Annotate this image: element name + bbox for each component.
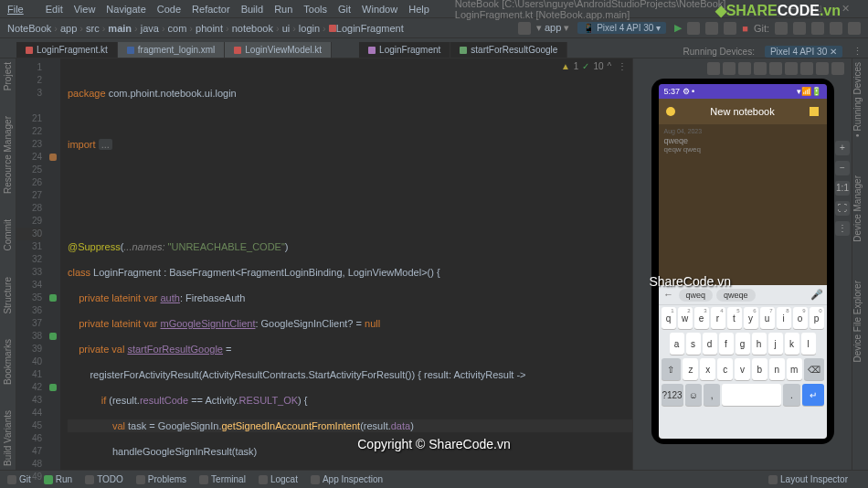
menu-file[interactable]: File	[7, 4, 35, 15]
key-j[interactable]: j	[768, 333, 783, 355]
struct-tab[interactable]: startForResultGoogle	[450, 42, 567, 58]
key-comma[interactable]: ,	[704, 384, 720, 406]
key-enter[interactable]: ↵	[802, 384, 824, 406]
menu-navigate[interactable]: Navigate	[106, 4, 145, 15]
key-d[interactable]: d	[703, 333, 717, 355]
tool-git[interactable]: Git	[7, 474, 31, 484]
key-q[interactable]: q1	[662, 307, 676, 329]
key-m[interactable]: m	[787, 358, 802, 380]
emu-power-icon[interactable]	[707, 62, 720, 75]
emu-more-icon[interactable]	[831, 62, 844, 75]
emu-home-icon[interactable]	[785, 62, 798, 75]
key-u[interactable]: u7	[760, 307, 775, 329]
tool-project[interactable]: Project	[3, 62, 13, 90]
tool-problems[interactable]: Problems	[136, 474, 186, 484]
nav-back-icon[interactable]	[518, 22, 531, 35]
crumb[interactable]: notebook	[232, 23, 273, 34]
tool-device-mgr[interactable]: Device Manager	[852, 175, 863, 242]
crumb[interactable]: java	[141, 23, 159, 34]
crumb[interactable]: app	[60, 23, 77, 34]
device-selector[interactable]: 📱 Pixel 4 API 30 ▾	[577, 22, 666, 34]
key-p[interactable]: p0	[810, 307, 824, 329]
tool-device-file[interactable]: Device File Explorer	[852, 281, 863, 362]
kb-back-icon[interactable]: ←	[662, 289, 675, 302]
settings-icon[interactable]	[848, 22, 861, 35]
tab-loginfragment[interactable]: LoginFragment.kt	[16, 42, 118, 58]
code-editor[interactable]: ▲1 ✓10 ^ ⋮ package com.phoint.notebook.u…	[60, 58, 632, 470]
tool-run[interactable]: Run	[44, 474, 72, 484]
run-config[interactable]: ▾ app ▾	[536, 22, 569, 34]
zoom-fit-icon[interactable]: ⛶	[835, 201, 850, 216]
menu-edit[interactable]: Edit	[46, 4, 63, 15]
crumb[interactable]: phoint	[196, 23, 223, 34]
key-r[interactable]: r4	[711, 307, 725, 329]
key-s[interactable]: s	[686, 333, 701, 355]
key-n[interactable]: n	[769, 358, 785, 380]
tool-terminal[interactable]: Terminal	[199, 474, 246, 484]
key-k[interactable]: k	[785, 333, 799, 355]
suggestion[interactable]: qweq	[679, 289, 714, 302]
key-⇧[interactable]: ⇧	[662, 358, 682, 380]
tool-commit[interactable]: Commit	[3, 219, 13, 250]
tab-fragment-login[interactable]: fragment_login.xml	[118, 42, 225, 58]
sync-icon[interactable]	[811, 22, 824, 35]
menu-run[interactable]: Run	[274, 4, 292, 15]
note-title[interactable]: qweqe	[664, 136, 821, 145]
crumb-current[interactable]: LoginFragment	[336, 23, 404, 34]
crumb[interactable]: login	[299, 23, 320, 34]
emu-volume-icon[interactable]	[723, 62, 736, 75]
key-z[interactable]: z	[683, 358, 698, 380]
key-a[interactable]: a	[670, 333, 684, 355]
menu-refactor[interactable]: Refactor	[192, 4, 230, 15]
menu-tools[interactable]: Tools	[303, 4, 327, 15]
key-w[interactable]: w2	[678, 307, 693, 329]
crumb[interactable]: src	[86, 23, 100, 34]
key-y[interactable]: y6	[744, 307, 758, 329]
tab-loginviewmodel[interactable]: LoginViewModel.kt	[225, 42, 332, 58]
tool-todo[interactable]: TODO	[85, 474, 123, 484]
tool-running-devices[interactable]: • Running Devices	[852, 62, 863, 137]
more-icon[interactable]: ⋮	[835, 221, 850, 236]
device-screen[interactable]: 5:37 ⚙ • ▾📶🔋 New notebook Aug 04, 2023 q…	[659, 84, 827, 439]
tool-bkmk[interactable]: Bookmarks	[3, 339, 13, 385]
crumb[interactable]: NoteBook	[7, 23, 51, 34]
key-emoji[interactable]: ☺	[685, 384, 702, 406]
class-gutter-icon[interactable]	[49, 154, 57, 161]
note-body-text[interactable]: qeqw qweq	[664, 145, 821, 154]
key-symbols[interactable]: ?123	[662, 384, 683, 406]
override-icon[interactable]	[49, 384, 57, 391]
search-icon[interactable]	[830, 22, 842, 35]
menu-code[interactable]: Code	[157, 4, 181, 15]
editor-inspections[interactable]: ▲1 ✓10 ^ ⋮	[561, 60, 627, 73]
menu-build[interactable]: Build	[241, 4, 263, 15]
mic-icon[interactable]: 🎤	[810, 289, 823, 302]
suggestion[interactable]: qweqe	[716, 289, 756, 302]
key-c[interactable]: c	[717, 358, 733, 380]
note-content[interactable]: Aug 04, 2023 qweqe qeqw qweq	[659, 124, 827, 285]
key-x[interactable]: x	[700, 358, 715, 380]
menu-git[interactable]: Git	[338, 4, 351, 15]
more-icon[interactable]: ⋮	[852, 46, 863, 58]
key-l[interactable]: l	[801, 333, 816, 355]
key-h[interactable]: h	[752, 333, 767, 355]
key-space[interactable]	[722, 384, 781, 406]
tool-resmgr[interactable]: Resource Manager	[3, 116, 13, 194]
zoom-out-icon[interactable]: −	[835, 161, 850, 175]
struct-tab[interactable]: LoginFragment	[359, 42, 450, 58]
tool-logcat[interactable]: Logcat	[259, 474, 298, 484]
debug-icon[interactable]	[687, 22, 700, 35]
key-o[interactable]: o9	[793, 307, 808, 329]
override-icon[interactable]	[49, 294, 57, 302]
zoom-11-icon[interactable]: 1:1	[835, 181, 850, 196]
crumb[interactable]: com	[168, 23, 187, 34]
profile-icon[interactable]	[705, 22, 718, 35]
key-t[interactable]: t5	[727, 307, 742, 329]
key-i[interactable]: i8	[777, 307, 791, 329]
key-f[interactable]: f	[719, 333, 734, 355]
key-v[interactable]: v	[735, 358, 750, 380]
emu-rotate-r-icon[interactable]	[754, 62, 767, 75]
key-e[interactable]: e3	[694, 307, 709, 329]
running-device[interactable]: Pixel 4 API 30 ✕	[765, 46, 842, 58]
tool-struct[interactable]: Structure	[3, 277, 13, 314]
emu-screenshot-icon[interactable]	[816, 62, 829, 75]
